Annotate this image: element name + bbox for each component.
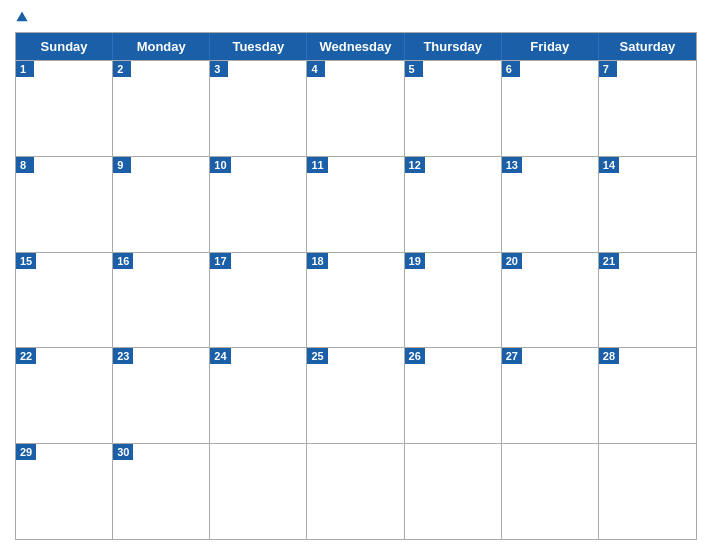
date-number: 22 [16, 348, 36, 364]
calendar-cell [405, 444, 502, 539]
cell-body [210, 269, 306, 348]
calendar-cell [210, 444, 307, 539]
date-number: 29 [16, 444, 36, 460]
date-number: 14 [599, 157, 619, 173]
cell-body [405, 77, 501, 156]
calendar-week-3: 15161718192021 [16, 252, 696, 348]
date-number: 7 [599, 61, 617, 77]
calendar-cell [307, 444, 404, 539]
cell-body [16, 77, 112, 156]
cell-body [307, 173, 403, 252]
date-number: 3 [210, 61, 228, 77]
date-number: 23 [113, 348, 133, 364]
calendar-cell: 23 [113, 348, 210, 443]
cell-body [405, 364, 501, 443]
cell-body [599, 77, 696, 156]
cell-body [113, 173, 209, 252]
header-thursday: Thursday [405, 33, 502, 60]
logo [15, 10, 31, 24]
cell-body [113, 269, 209, 348]
calendar-week-1: 1234567 [16, 60, 696, 156]
calendar-cell: 14 [599, 157, 696, 252]
cell-body [113, 460, 209, 539]
calendar-cell: 12 [405, 157, 502, 252]
header-tuesday: Tuesday [210, 33, 307, 60]
page-header [15, 10, 697, 24]
calendar-header: Sunday Monday Tuesday Wednesday Thursday… [16, 33, 696, 60]
cell-body [502, 364, 598, 443]
calendar-cell: 20 [502, 253, 599, 348]
logo-icon [15, 10, 29, 24]
calendar-cell: 21 [599, 253, 696, 348]
calendar-cell [502, 444, 599, 539]
date-number: 30 [113, 444, 133, 460]
calendar-week-5: 2930 [16, 443, 696, 539]
cell-body [307, 448, 403, 539]
calendar-cell: 18 [307, 253, 404, 348]
date-number: 1 [16, 61, 34, 77]
date-number: 19 [405, 253, 425, 269]
date-number: 28 [599, 348, 619, 364]
date-number: 10 [210, 157, 230, 173]
cell-body [599, 269, 696, 348]
calendar-grid: Sunday Monday Tuesday Wednesday Thursday… [15, 32, 697, 540]
cell-body [16, 460, 112, 539]
cell-body [210, 173, 306, 252]
calendar-cell: 25 [307, 348, 404, 443]
date-number: 17 [210, 253, 230, 269]
calendar-cell: 9 [113, 157, 210, 252]
calendar-cell: 4 [307, 61, 404, 156]
cell-body [16, 269, 112, 348]
date-number: 27 [502, 348, 522, 364]
calendar-cell: 24 [210, 348, 307, 443]
date-number: 9 [113, 157, 131, 173]
date-number: 26 [405, 348, 425, 364]
cell-body [502, 448, 598, 539]
cell-body [307, 364, 403, 443]
calendar-cell: 28 [599, 348, 696, 443]
calendar-cell: 7 [599, 61, 696, 156]
cell-body [16, 364, 112, 443]
calendar-cell [599, 444, 696, 539]
date-number: 13 [502, 157, 522, 173]
cell-body [502, 77, 598, 156]
calendar-cell: 10 [210, 157, 307, 252]
date-number: 11 [307, 157, 327, 173]
calendar-cell: 15 [16, 253, 113, 348]
cell-body [210, 364, 306, 443]
cell-body [502, 173, 598, 252]
cell-body [16, 173, 112, 252]
date-number: 21 [599, 253, 619, 269]
calendar-cell: 13 [502, 157, 599, 252]
calendar-cell: 3 [210, 61, 307, 156]
date-number: 4 [307, 61, 325, 77]
date-number: 25 [307, 348, 327, 364]
calendar-cell: 16 [113, 253, 210, 348]
date-number: 8 [16, 157, 34, 173]
date-number: 5 [405, 61, 423, 77]
calendar-page: Sunday Monday Tuesday Wednesday Thursday… [0, 0, 712, 550]
logo-blue [15, 10, 31, 24]
calendar-cell: 29 [16, 444, 113, 539]
calendar-cell: 27 [502, 348, 599, 443]
calendar-week-4: 22232425262728 [16, 347, 696, 443]
cell-body [307, 77, 403, 156]
cell-body [405, 269, 501, 348]
calendar-cell: 1 [16, 61, 113, 156]
date-number: 20 [502, 253, 522, 269]
calendar-body: 1234567891011121314151617181920212223242… [16, 60, 696, 539]
calendar-cell: 8 [16, 157, 113, 252]
calendar-cell: 30 [113, 444, 210, 539]
header-sunday: Sunday [16, 33, 113, 60]
cell-body [113, 364, 209, 443]
svg-marker-0 [16, 11, 27, 21]
calendar-cell: 6 [502, 61, 599, 156]
calendar-cell: 17 [210, 253, 307, 348]
cell-body [210, 77, 306, 156]
cell-body [405, 173, 501, 252]
calendar-cell: 22 [16, 348, 113, 443]
header-monday: Monday [113, 33, 210, 60]
calendar-cell: 5 [405, 61, 502, 156]
cell-body [599, 448, 696, 539]
date-number: 2 [113, 61, 131, 77]
